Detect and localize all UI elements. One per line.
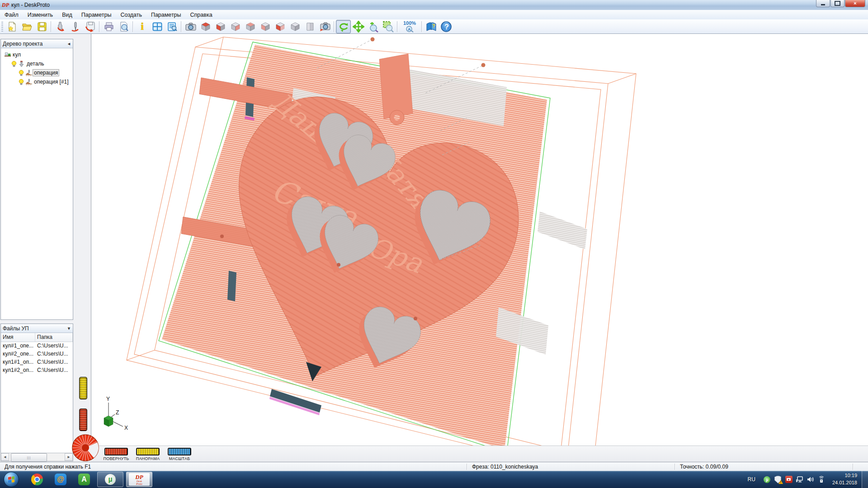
axis-z-label: Z: [116, 409, 119, 416]
window-layout-button[interactable]: [150, 20, 165, 33]
save-toolpath-button[interactable]: [83, 20, 98, 33]
minimize-button[interactable]: [816, 0, 830, 7]
view-top-button[interactable]: [198, 20, 213, 33]
rotate-wheel[interactable]: [79, 408, 87, 431]
info-button[interactable]: i: [135, 20, 150, 33]
taskbar-aimp-button[interactable]: A: [75, 472, 93, 487]
tree-item-label: операция [#1]: [33, 78, 70, 85]
nc-file-row[interactable]: кул#1_опе... C:\Users\U...: [1, 342, 73, 350]
tray-security-warning-icon[interactable]: [774, 475, 782, 483]
nc-files-panel: Файлы УП ▼ Имя Папка кул#1_опе... C:\Use…: [0, 324, 73, 453]
zoom-in-button[interactable]: [366, 20, 381, 33]
operation-icon: [25, 78, 33, 85]
menu-view[interactable]: Вид: [57, 10, 77, 19]
pendant-tab: [379, 54, 413, 119]
menu-parameters[interactable]: Параметры: [77, 10, 116, 19]
show-desktop-button[interactable]: [862, 471, 868, 488]
menu-create[interactable]: Создать: [116, 10, 146, 19]
collapse-arrow-icon[interactable]: ◄: [67, 42, 71, 46]
new-project-icon: [7, 21, 18, 32]
toolbar-separator: [51, 21, 52, 32]
tree-item-project[interactable]: кул: [2, 50, 72, 59]
mailru-icon: @: [55, 474, 66, 485]
maximize-button[interactable]: [830, 0, 844, 7]
tray-volume-icon[interactable]: [807, 475, 815, 483]
tree-item-operation-1[interactable]: операция [#1]: [2, 77, 72, 86]
tray-network-icon[interactable]: [796, 475, 804, 483]
tree-item-operation[interactable]: операция: [2, 68, 72, 77]
pan-wheel[interactable]: [79, 377, 87, 399]
open-project-button[interactable]: [19, 20, 34, 33]
view-bottom-button[interactable]: [273, 20, 288, 33]
taskbar-utorrent-button[interactable]: µ: [97, 472, 123, 487]
scrollbar-track[interactable]: |||: [9, 453, 65, 461]
toolbar-separator: [132, 21, 133, 32]
tray-wireless-icon[interactable]: [817, 475, 826, 483]
rotate-view-button[interactable]: [336, 20, 351, 33]
toolbar-grip[interactable]: [1, 22, 3, 32]
pan-control[interactable]: ПАНОРАМА: [134, 448, 161, 461]
new-project-button[interactable]: [5, 20, 19, 33]
nc-files-header[interactable]: Файлы УП ▼: [1, 324, 73, 333]
dropdown-arrow-icon[interactable]: ▼: [67, 326, 71, 331]
help-button[interactable]: ?: [439, 20, 453, 33]
svg-text:A: A: [408, 27, 411, 31]
menu-help[interactable]: Справка: [186, 10, 217, 19]
column-header-name[interactable]: Имя: [1, 333, 35, 342]
taskbar-clock[interactable]: 10:19 24.01.2018: [832, 472, 857, 487]
menu-edit[interactable]: Изменить: [23, 10, 57, 19]
scrollbar-thumb[interactable]: |||: [11, 453, 47, 462]
nc-file-row[interactable]: кул1#2_оп... C:\Users\U...: [1, 366, 73, 375]
project-tree-header[interactable]: Дерево проекта ◄: [1, 39, 73, 48]
zoom-control[interactable]: МАСШТАБ: [166, 448, 193, 461]
report-view-button[interactable]: [165, 20, 179, 33]
load-geometry-button[interactable]: [53, 20, 68, 33]
render-view-button[interactable]: [317, 20, 332, 33]
zoom-control-wheel[interactable]: [168, 448, 191, 455]
taskbar-mailru-button[interactable]: @: [52, 472, 70, 487]
open-folder-icon: [22, 21, 33, 32]
view-right-button[interactable]: [228, 20, 243, 33]
load-cutter-button[interactable]: [68, 20, 83, 33]
view-left-icon: [260, 21, 271, 32]
toolbar-separator: [397, 21, 398, 32]
horizontal-scrollbar[interactable]: ◄ ||| ►: [0, 453, 73, 461]
snapshot-camera-button[interactable]: [183, 20, 198, 33]
taskbar-deskproto-button[interactable]: DP Desk Proto: [126, 472, 152, 487]
view-left-button[interactable]: [258, 20, 273, 33]
zoom-100-button[interactable]: 100% A: [399, 20, 420, 33]
view-front-button[interactable]: [213, 20, 228, 33]
language-indicator[interactable]: RU: [748, 476, 755, 483]
print-button[interactable]: [101, 20, 116, 33]
rotate-control[interactable]: ПОВЕРНУТЬ: [103, 448, 130, 461]
viewport-canvas[interactable]: Даша Катя Саша Юра: [91, 34, 868, 446]
view-back-button[interactable]: [243, 20, 258, 33]
menu-file[interactable]: Файл: [0, 10, 23, 19]
save-project-button[interactable]: [34, 20, 49, 33]
taskbar-chrome-button[interactable]: [28, 472, 46, 487]
help-book-button[interactable]: ?: [424, 20, 439, 33]
view-flat-button[interactable]: [302, 20, 317, 33]
print-preview-icon: [118, 21, 129, 32]
column-header-folder[interactable]: Папка: [35, 333, 73, 342]
close-button[interactable]: ×: [845, 0, 865, 7]
load-geometry-icon: [55, 21, 66, 32]
tray-utorrent-icon[interactable]: µ: [763, 475, 771, 483]
svg-text:?: ?: [432, 23, 435, 28]
print-preview-button[interactable]: [116, 20, 131, 33]
rotation-dial[interactable]: [71, 433, 101, 461]
nc-file-row[interactable]: кул#2_опе... C:\Users\U...: [1, 350, 73, 358]
window-layout-icon: [152, 21, 163, 32]
pan-control-wheel[interactable]: [136, 448, 160, 455]
tree-item-part[interactable]: деталь: [2, 59, 72, 68]
rotate-control-label: ПОВЕРНУТЬ: [103, 456, 130, 461]
rotate-control-wheel[interactable]: [104, 448, 128, 455]
view-iso-button[interactable]: [288, 20, 302, 33]
start-button[interactable]: [4, 472, 19, 487]
pan-view-button[interactable]: [351, 20, 366, 33]
scroll-left-arrow-icon[interactable]: ◄: [1, 453, 9, 461]
nc-file-row[interactable]: кул1#1_оп... C:\Users\U...: [1, 358, 73, 366]
menu-parameters-2[interactable]: Параметры: [146, 10, 186, 19]
zoom-window-button[interactable]: [381, 20, 396, 33]
tray-camera-app-icon[interactable]: [785, 475, 793, 483]
